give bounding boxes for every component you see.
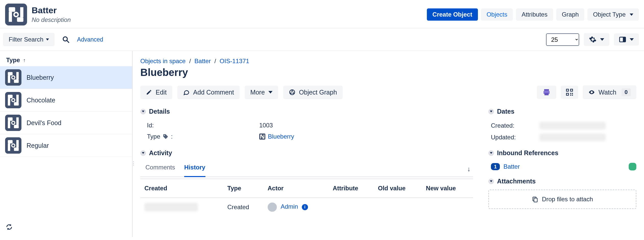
- search-icon[interactable]: [62, 36, 69, 43]
- col-type: Type: [223, 179, 264, 198]
- detail-row-type: Type : Blueberry: [140, 131, 473, 142]
- print-icon: [541, 88, 552, 96]
- object-graph-button[interactable]: Object Graph: [283, 86, 343, 99]
- sort-desc-button[interactable]: ↓: [467, 165, 470, 173]
- panel-icon: [619, 36, 626, 43]
- object-type-icon: [5, 137, 21, 154]
- detail-id-label: Id:: [147, 122, 259, 129]
- date-updated-row: Updated:: [488, 131, 636, 143]
- title-block: Batter No description: [32, 6, 71, 23]
- activity-title: Activity: [149, 149, 172, 157]
- qr-code-button[interactable]: [561, 86, 578, 99]
- object-graph-label: Object Graph: [299, 89, 337, 96]
- schema-title: Batter: [32, 6, 71, 15]
- action-row-right: Watch 0: [537, 85, 636, 99]
- info-icon[interactable]: i: [302, 204, 308, 210]
- sidebar-item-label: Devil's Food: [27, 119, 61, 127]
- page-size-select[interactable]: 25: [546, 33, 579, 46]
- add-comment-label: Add Comment: [193, 89, 234, 96]
- detail-type-label: Type :: [147, 133, 259, 140]
- watch-button[interactable]: Watch 0: [583, 85, 636, 99]
- sidebar-item-devils-food[interactable]: Devil's Food: [0, 112, 132, 134]
- resize-handle[interactable]: ⋮: [131, 161, 136, 166]
- dates-header[interactable]: Dates: [488, 108, 636, 115]
- graph-icon: [289, 89, 295, 96]
- attachment-dropzone[interactable]: Drop files to attach: [488, 190, 636, 209]
- breadcrumb-schema[interactable]: Batter: [194, 58, 211, 65]
- advanced-link[interactable]: Advanced: [77, 36, 103, 43]
- details-header[interactable]: Details: [140, 108, 473, 115]
- col-left: Details Id: 1003 Type : Blueberry: [140, 108, 473, 216]
- collapse-icon: [488, 150, 494, 156]
- watch-count: 0: [622, 88, 631, 96]
- sidebar-list: Blueberry Chocolate Devil's Food Regular: [0, 66, 132, 219]
- breadcrumb: Objects in space / Batter / OIS-11371: [140, 58, 636, 65]
- sidebar-item-regular[interactable]: Regular: [0, 134, 132, 157]
- chevron-down-icon: [600, 38, 604, 41]
- attachments-header[interactable]: Attachments: [488, 178, 636, 185]
- nav-object-type[interactable]: Object Type: [587, 8, 639, 21]
- toolbar-right: 25: [546, 33, 639, 46]
- object-type-icon: [5, 115, 21, 131]
- body: Type ↑ Blueberry Chocolate Devil's Food …: [0, 51, 644, 237]
- sidebar-item-label: Blueberry: [27, 74, 54, 81]
- refresh-button[interactable]: [0, 219, 132, 237]
- sidebar-item-label: Chocolate: [27, 97, 55, 104]
- activity-tabs: Comments History ↓: [140, 161, 473, 177]
- edit-label: Edit: [156, 89, 167, 96]
- toolbar: Filter Search Advanced 25: [0, 28, 644, 51]
- col-new-value: New value: [422, 179, 473, 198]
- edit-button[interactable]: Edit: [140, 86, 172, 99]
- sort-asc-icon: ↑: [23, 57, 26, 63]
- nav-objects[interactable]: Objects: [481, 8, 513, 21]
- nav-graph[interactable]: Graph: [556, 8, 585, 21]
- cell-type: Created: [223, 198, 264, 216]
- settings-dropdown[interactable]: [584, 33, 609, 46]
- schema-subtitle: No description: [32, 16, 71, 23]
- refresh-icon: [6, 223, 13, 231]
- actor-link[interactable]: Admin: [281, 203, 298, 210]
- header-left: Batter No description: [5, 4, 71, 25]
- date-updated-label: Updated:: [491, 134, 539, 141]
- history-table: Created Type Actor Attribute Old value N…: [140, 179, 473, 216]
- activity-header[interactable]: Activity: [140, 149, 473, 157]
- sidebar-sort-header[interactable]: Type ↑: [0, 57, 132, 66]
- breadcrumb-root[interactable]: Objects in space: [140, 58, 185, 65]
- copy-icon: [532, 196, 538, 203]
- breadcrumb-sep: /: [189, 58, 191, 65]
- tab-history[interactable]: History: [184, 161, 205, 177]
- content-columns: Details Id: 1003 Type : Blueberry: [140, 108, 636, 216]
- inbound-reference-row: 1 Batter: [488, 161, 636, 170]
- collapse-icon: [488, 179, 494, 184]
- gear-icon: [589, 36, 597, 43]
- breadcrumb-key[interactable]: OIS-11371: [220, 58, 249, 65]
- cell-created: [140, 198, 223, 216]
- sidebar: Type ↑ Blueberry Chocolate Devil's Food …: [0, 51, 133, 237]
- inbound-link[interactable]: Batter: [503, 163, 520, 170]
- object-type-icon: [259, 134, 265, 140]
- more-button[interactable]: More: [245, 86, 278, 99]
- inbound-header[interactable]: Inbound References: [488, 149, 636, 157]
- create-object-button[interactable]: Create Object: [427, 8, 478, 21]
- print-label-button[interactable]: [537, 86, 556, 99]
- filter-search-button[interactable]: Filter Search: [3, 33, 55, 46]
- inbound-count: 1: [491, 163, 500, 170]
- sidebar-item-chocolate[interactable]: Chocolate: [0, 89, 132, 112]
- nav-attributes[interactable]: Attributes: [516, 8, 553, 21]
- details-title: Details: [149, 108, 170, 115]
- collapse-icon: [140, 109, 146, 114]
- table-row: Created Admin i: [140, 198, 473, 216]
- col-attribute: Attribute: [329, 179, 374, 198]
- tab-comments[interactable]: Comments: [145, 161, 175, 177]
- col-right: Dates Created: Updated: Inbound Referenc…: [488, 108, 636, 216]
- date-created-row: Created:: [488, 120, 636, 131]
- sidebar-item-blueberry[interactable]: Blueberry: [0, 66, 132, 89]
- breadcrumb-sep: /: [214, 58, 216, 65]
- add-comment-button[interactable]: Add Comment: [177, 86, 240, 99]
- layout-dropdown[interactable]: [614, 33, 639, 46]
- more-label: More: [250, 89, 265, 96]
- tag-icon: [163, 134, 168, 139]
- cell-actor: Admin i: [264, 198, 329, 216]
- detail-type-value[interactable]: Blueberry: [259, 133, 294, 140]
- eye-icon: [588, 89, 595, 96]
